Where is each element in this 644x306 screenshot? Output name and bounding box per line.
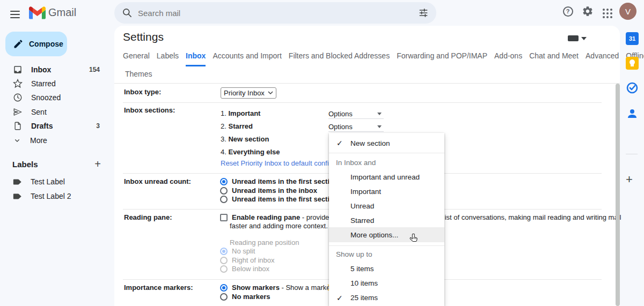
sidebar-label-test-label-2[interactable]: Test Label 2	[0, 189, 109, 203]
menu-item-more-options[interactable]: More options...	[329, 227, 444, 242]
radio-disabled-selected	[220, 248, 228, 255]
section-name: Starred	[228, 122, 253, 130]
sidebar-item-snoozed[interactable]: Snoozed	[0, 91, 109, 105]
check-icon: ✓	[336, 294, 343, 302]
inbox-unread-count-label: Inbox unread count:	[124, 177, 191, 185]
contacts-icon[interactable]	[626, 107, 639, 120]
sidebar-item-label: Drafts	[31, 122, 53, 130]
page-title: Settings	[123, 31, 164, 43]
menu-item-starred[interactable]: Starred	[329, 213, 444, 228]
sidebar-item-more[interactable]: More	[0, 133, 109, 147]
inbox-sections-label: Inbox sections:	[124, 106, 175, 114]
search-options-tune-icon[interactable]	[418, 8, 429, 18]
reading-pane-label: Reading pane:	[124, 213, 172, 221]
google-apps-grid-icon[interactable]	[601, 7, 614, 20]
menu-divider	[329, 153, 444, 153]
gmail-wordmark: Gmail	[48, 6, 76, 19]
menu-item-label: Unread	[350, 202, 374, 210]
sidebar-item-inbox[interactable]: Inbox 154	[0, 63, 109, 77]
help-icon[interactable]: ?	[561, 5, 574, 18]
section-item-3: 3. New section	[221, 135, 269, 143]
get-add-ons-plus-icon[interactable]: +	[626, 173, 633, 186]
menu-item-new-section[interactable]: ✓ New section	[329, 136, 444, 151]
search-bar[interactable]	[114, 2, 436, 24]
radio[interactable]	[220, 293, 228, 301]
sidebar-item-drafts[interactable]: Drafts 3	[0, 119, 109, 133]
row-divider	[123, 102, 602, 103]
sidebar-item-sent[interactable]: Sent	[0, 105, 109, 119]
radio-selected[interactable]	[220, 178, 228, 185]
no-markers-option[interactable]: No markers	[220, 293, 270, 301]
unread-option-first-section[interactable]: Unread items in the first section	[220, 177, 338, 185]
radio[interactable]	[220, 196, 228, 203]
reading-pane-checkbox[interactable]	[220, 214, 228, 221]
draft-file-icon	[13, 121, 23, 131]
tab-forwarding-and-pop-imap[interactable]: Forwarding and POP/IMAP	[397, 51, 487, 66]
show-markers-text: Show markers - Show a marker (	[232, 283, 337, 292]
show-markers-option[interactable]: Show markers - Show a marker (	[220, 283, 337, 292]
section-number: 1.	[221, 109, 226, 117]
search-icon[interactable]	[122, 8, 133, 18]
tasks-icon[interactable]	[626, 81, 639, 94]
options-label: Options	[328, 123, 353, 131]
menu-item-important-and-unread[interactable]: Important and unread	[329, 170, 444, 184]
menu-item-5-items[interactable]: 5 items	[329, 262, 444, 276]
tab-advanced[interactable]: Advanced	[586, 51, 619, 66]
keep-icon[interactable]	[626, 57, 639, 70]
inbox-count: 154	[89, 66, 100, 73]
tab-general[interactable]: General	[123, 51, 150, 66]
side-panel-rail: 31 +	[620, 26, 644, 306]
section-item-1: 1. Important	[221, 109, 260, 117]
input-tools-selector[interactable]	[568, 35, 587, 41]
caret-down-icon	[581, 37, 587, 40]
search-input[interactable]	[138, 9, 413, 18]
menu-group-header-in-inbox-and: In Inbox and	[336, 155, 376, 170]
tab-inbox[interactable]: Inbox	[186, 51, 206, 66]
section-name: Important	[228, 109, 260, 117]
sidebar-item-label: Snoozed	[31, 93, 61, 102]
options-label: Options	[328, 110, 353, 118]
tab-chat-and-meet[interactable]: Chat and Meet	[529, 51, 579, 66]
top-bar: Gmail ? V	[0, 0, 644, 26]
inbox-type-value: Priority Inbox	[224, 89, 265, 97]
menu-item-unread[interactable]: Unread	[329, 199, 444, 213]
compose-button[interactable]: Compose	[5, 32, 67, 56]
menu-item-25-items[interactable]: ✓ 25 items	[329, 290, 444, 305]
radio-label: Right of inbox	[232, 256, 275, 264]
settings-gear-icon[interactable]	[582, 5, 594, 17]
unread-option-inbox[interactable]: Unread items in the inbox	[220, 186, 317, 195]
sidebar-label-test-label[interactable]: Test Label	[0, 175, 109, 189]
position-option-no-split: No split	[220, 247, 255, 255]
section-1-options-dropdown[interactable]: Options	[328, 109, 384, 119]
section-number: 2.	[221, 122, 226, 130]
sidebar-item-starred[interactable]: Starred	[0, 77, 109, 91]
radio-selected[interactable]	[220, 284, 228, 292]
tab-filters-and-blocked-addresses[interactable]: Filters and Blocked Addresses	[289, 51, 390, 66]
labels-header: Labels +	[12, 160, 104, 169]
create-label-plus-icon[interactable]: +	[94, 158, 101, 170]
gmail-logo-icon	[29, 6, 46, 19]
account-avatar[interactable]: V	[619, 3, 636, 20]
importance-markers-label: Importance markers:	[124, 283, 193, 292]
drafts-count: 3	[96, 122, 100, 130]
reading-pane-desc-line2: faster and adding more context.	[230, 222, 328, 230]
radio[interactable]	[220, 187, 228, 195]
menu-item-10-items[interactable]: 10 items	[329, 276, 444, 290]
calendar-icon[interactable]: 31	[626, 32, 639, 45]
section-2-options-dropdown[interactable]: Options	[328, 122, 384, 132]
menu-item-important[interactable]: Important	[329, 184, 444, 199]
tab-add-ons[interactable]: Add-ons	[494, 51, 522, 66]
inbox-type-select[interactable]: Priority Inbox	[221, 87, 276, 99]
tab-accounts-and-import[interactable]: Accounts and Import	[213, 51, 281, 66]
position-option-right-of-inbox: Right of inbox	[220, 256, 275, 264]
menu-item-label: Important and unread	[350, 173, 420, 181]
section-number: 4.	[221, 148, 226, 156]
vertical-scrollbar[interactable]	[616, 84, 620, 306]
label-tag-icon	[13, 193, 22, 200]
label-name: Test Label	[31, 177, 65, 186]
tab-themes[interactable]: Themes	[125, 70, 152, 83]
chevron-down-icon	[13, 136, 21, 145]
hamburger-menu-icon[interactable]	[10, 9, 20, 20]
menu-item-label: More options...	[350, 231, 398, 239]
tab-labels[interactable]: Labels	[157, 51, 179, 66]
